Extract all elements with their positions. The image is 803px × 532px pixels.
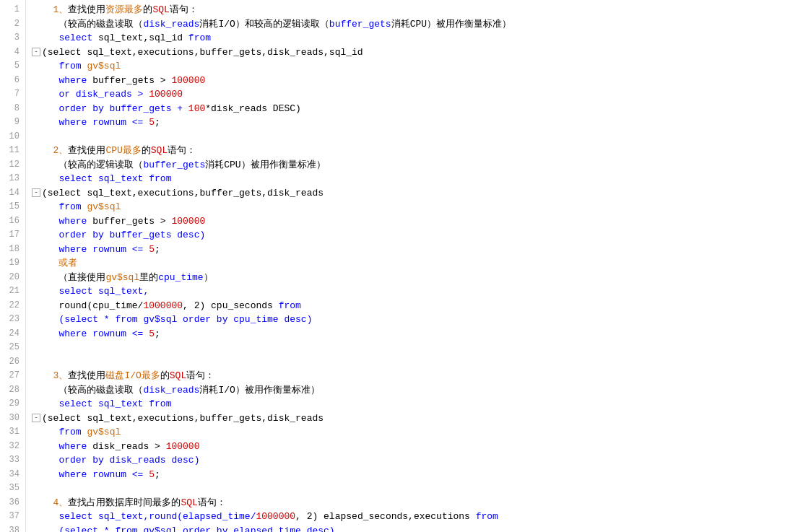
no-fold-placeholder (32, 327, 42, 341)
code-segment: 查找使用 (68, 369, 105, 383)
line-number: 8 (6, 102, 19, 116)
line-number: 29 (6, 397, 19, 411)
code-line: where rownum <= 5; (32, 115, 797, 130)
no-fold-placeholder (32, 115, 42, 130)
code-segment: where rownum <= (42, 468, 149, 482)
code-line: select sql_text from (32, 397, 797, 411)
no-fold-placeholder (32, 341, 42, 355)
code-line: （直接使用gv$sql里的cpu_time） (32, 271, 797, 285)
code-segment: 消耗I/O）和较高的逻辑读取（ (199, 17, 329, 32)
no-fold-placeholder (32, 284, 42, 299)
no-fold-placeholder (32, 496, 42, 510)
code-segment: disk_reads (143, 17, 199, 32)
code-segment: select sql_text, (42, 284, 149, 299)
code-line: from gv$sql (32, 425, 797, 440)
code-segment: 语句： (186, 369, 214, 383)
line-number: 33 (6, 453, 19, 468)
no-fold-placeholder (32, 228, 42, 243)
code-segment: gv$sql (87, 425, 121, 440)
code-segment: , 2) elapsed_seconds,executions (295, 510, 476, 524)
code-segment: 100000 (166, 440, 200, 454)
code-line (32, 481, 797, 496)
code-segment: from (279, 299, 301, 313)
code-line: select sql_text,round(elapsed_time/10000… (32, 510, 797, 524)
code-segment: ; (155, 468, 160, 482)
code-segment: CPU最多 (105, 144, 141, 158)
fold-icon[interactable]: - (32, 48, 40, 56)
code-line: -(select sql_text,executions,buffer_gets… (32, 186, 797, 201)
code-segment: （较高的磁盘读取（ (42, 383, 143, 398)
code-line: round(cpu_time/1000000, 2) cpu_seconds f… (32, 299, 797, 313)
code-line: select sql_text,sql_id from (32, 31, 797, 45)
code-segment: 消耗CPU）被用作衡量标准） (391, 17, 511, 32)
code-line: （较高的磁盘读取（disk_reads消耗I/O）和较高的逻辑读取（buffer… (32, 17, 797, 32)
line-number-gutter: 1234567891011121314151617181920212223242… (0, 0, 26, 532)
code-segment: 100000 (171, 74, 205, 88)
code-segment: 5 (149, 327, 155, 341)
code-segment: sql_text,sql_id (98, 31, 188, 45)
code-segment: where rownum <= (42, 115, 149, 130)
code-segment: select (42, 31, 98, 45)
code-segment: ; (155, 243, 160, 257)
code-segment: 里的 (139, 271, 158, 285)
code-segment: 5 (149, 115, 155, 130)
code-line: where disk_reads > 100000 (32, 440, 797, 454)
no-fold-placeholder (32, 481, 42, 496)
no-fold-placeholder (32, 397, 42, 411)
code-segment: *disk_reads DESC) (205, 102, 301, 116)
code-segment: ; (155, 115, 160, 130)
no-fold-placeholder (32, 59, 42, 74)
code-segment: 4、 (42, 496, 68, 510)
no-fold-placeholder (32, 243, 42, 257)
code-editor: 1234567891011121314151617181920212223242… (0, 0, 803, 532)
no-fold-placeholder (32, 74, 42, 88)
code-segment: （较高的逻辑读取（ (42, 158, 143, 173)
code-line: where rownum <= 5; (32, 243, 797, 257)
line-number: 28 (6, 383, 19, 398)
line-number: 26 (6, 355, 19, 370)
code-segment: SQL (151, 144, 168, 158)
no-fold-placeholder (32, 200, 42, 214)
code-segment: （直接使用 (42, 271, 105, 285)
code-segment: from (476, 510, 498, 524)
code-segment: 的 (142, 144, 151, 158)
line-number: 16 (6, 214, 19, 229)
code-line: from gv$sql (32, 59, 797, 74)
line-number: 25 (6, 341, 19, 355)
line-number: 12 (6, 158, 19, 173)
code-line: （较高的磁盘读取（disk_reads消耗I/O）被用作衡量标准） (32, 383, 797, 398)
no-fold-placeholder (32, 172, 42, 186)
line-number: 34 (6, 468, 19, 482)
line-number: 30 (6, 411, 19, 426)
line-number: 14 (6, 186, 19, 201)
line-number: 5 (6, 59, 19, 74)
code-segment: (select sql_text,executions,buffer_gets,… (42, 186, 324, 201)
line-number: 20 (6, 271, 19, 285)
line-number: 38 (6, 524, 19, 533)
code-segment: order by buffer_gets + (42, 102, 188, 116)
code-segment: 语句： (168, 144, 196, 158)
line-number: 27 (6, 369, 19, 383)
code-line (32, 130, 797, 144)
line-number: 32 (6, 440, 19, 454)
code-segment: (select * from gv$sql order by elapsed_t… (42, 524, 335, 533)
code-segment: 1、 (42, 3, 68, 17)
fold-icon[interactable]: - (32, 414, 40, 422)
no-fold-placeholder (32, 256, 42, 271)
line-number: 18 (6, 243, 19, 257)
code-segment: , 2) cpu_seconds (183, 299, 279, 313)
code-content[interactable]: 1、查找使用资源最多的SQL语句： （较高的磁盘读取（disk_reads消耗I… (26, 0, 803, 532)
code-segment: gv$sql (87, 200, 121, 214)
code-segment: where (42, 214, 92, 229)
no-fold-placeholder (32, 31, 42, 45)
fold-icon[interactable]: - (32, 188, 40, 197)
code-segment: SQL (170, 369, 186, 383)
line-number: 31 (6, 425, 19, 440)
code-segment: buffer_gets > (92, 214, 171, 229)
line-number: 13 (6, 172, 19, 186)
no-fold-placeholder (32, 158, 42, 173)
line-number: 10 (6, 130, 19, 144)
code-line: from gv$sql (32, 200, 797, 214)
code-segment: from (149, 172, 171, 186)
code-segment: from (188, 31, 211, 45)
